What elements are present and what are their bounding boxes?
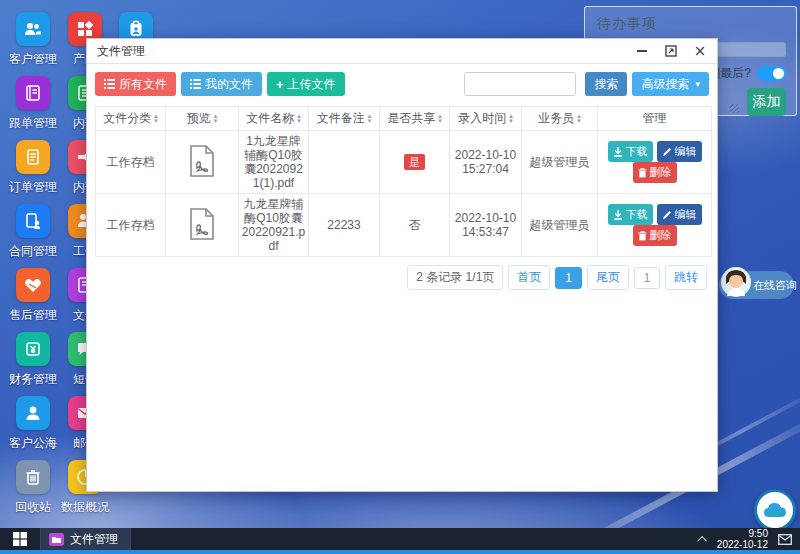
trash-icon bbox=[16, 460, 50, 494]
taskbar-clock[interactable]: 9:50 2022-10-12 bbox=[717, 528, 768, 550]
last-page-button[interactable]: 尾页 bbox=[587, 265, 629, 290]
pdf-icon[interactable] bbox=[189, 229, 215, 243]
cell-category: 工作存档 bbox=[96, 194, 166, 257]
cell-agent: 超级管理员 bbox=[522, 194, 598, 257]
sort-icon[interactable]: ▴▾ bbox=[368, 114, 372, 124]
sort-icon[interactable]: ▴▾ bbox=[509, 114, 513, 124]
jump-button[interactable]: 跳转 bbox=[665, 265, 707, 290]
start-button[interactable] bbox=[0, 528, 40, 550]
publicsea-icon bbox=[16, 396, 50, 430]
cloud-icon bbox=[762, 501, 788, 519]
online-consult-button[interactable]: 在线咨询 bbox=[719, 271, 794, 299]
folder-icon bbox=[49, 533, 64, 546]
dialog-title: 文件管理 bbox=[97, 43, 145, 60]
column-header[interactable]: 文件备注▴▾ bbox=[309, 107, 380, 131]
cell-file-name: 1九龙星牌辅酶Q10胶囊20220921(1).pdf bbox=[239, 131, 309, 194]
finance-icon bbox=[16, 332, 50, 366]
my-files-button[interactable]: 我的文件 bbox=[181, 72, 262, 96]
desktop-background: 客户管理跟单管理订单管理合同管理售后管理财务管理客户公海回收站产品内部内部工作文… bbox=[0, 0, 800, 554]
first-page-button[interactable]: 首页 bbox=[508, 265, 550, 290]
sort-icon[interactable]: ▴▾ bbox=[297, 114, 301, 124]
resize-grip-icon[interactable] bbox=[730, 104, 739, 113]
aftersale-icon bbox=[16, 268, 50, 302]
current-page-button[interactable]: 1 bbox=[555, 267, 582, 289]
column-header[interactable]: 预览▴▾ bbox=[166, 107, 239, 131]
cell-entry-time: 2022-10-10 15:27:04 bbox=[450, 131, 522, 194]
clock-time: 9:50 bbox=[717, 528, 768, 539]
cell-actions: 下载编辑删除 bbox=[598, 194, 712, 257]
customers-icon bbox=[16, 12, 50, 46]
column-header[interactable]: 业务员▴▾ bbox=[522, 107, 598, 131]
cell-category: 工作存档 bbox=[96, 131, 166, 194]
todo-panel-title: 待办事项 bbox=[597, 15, 786, 33]
jump-page-input[interactable] bbox=[634, 267, 660, 289]
cell-actions: 下载编辑删除 bbox=[598, 131, 712, 194]
cloud-assistant-button[interactable] bbox=[754, 489, 796, 531]
cell-agent: 超级管理员 bbox=[522, 131, 598, 194]
minimize-icon[interactable] bbox=[635, 44, 649, 58]
taskbar-task-label: 文件管理 bbox=[70, 531, 118, 548]
dialog-titlebar: 文件管理 × bbox=[87, 39, 717, 64]
list-icon bbox=[190, 79, 201, 89]
windows-logo-icon bbox=[13, 532, 27, 546]
files-table: 文件分类▴▾预览▴▾文件名称▴▾文件备注▴▾是否共享▴▾录入时间▴▾业务员▴▾管… bbox=[95, 106, 712, 257]
shared-text: 否 bbox=[409, 218, 421, 232]
cell-preview bbox=[166, 194, 239, 257]
dialog-toolbar: 所有文件 我的文件 + 上传文件 搜索 高级搜索▾ bbox=[87, 64, 717, 104]
table-header-row: 文件分类▴▾预览▴▾文件名称▴▾文件备注▴▾是否共享▴▾录入时间▴▾业务员▴▾管… bbox=[96, 107, 712, 131]
all-files-button[interactable]: 所有文件 bbox=[95, 72, 176, 96]
column-header[interactable]: 文件名称▴▾ bbox=[239, 107, 309, 131]
system-tray: 9:50 2022-10-12 bbox=[700, 528, 800, 550]
upload-file-button[interactable]: + 上传文件 bbox=[267, 72, 345, 96]
column-header[interactable]: 录入时间▴▾ bbox=[450, 107, 522, 131]
sort-icon[interactable]: ▴▾ bbox=[154, 114, 158, 124]
cell-shared: 是 bbox=[380, 131, 450, 194]
cell-entry-time: 2022-10-10 14:53:47 bbox=[450, 194, 522, 257]
followup-icon bbox=[16, 76, 50, 110]
contract-icon bbox=[16, 204, 50, 238]
table-row: 工作存档九龙星牌辅酶Q10胶囊20220921.pdf22233否2022-10… bbox=[96, 194, 712, 257]
sort-icon[interactable]: ▴▾ bbox=[438, 114, 442, 124]
online-consult-label: 在线咨询 bbox=[753, 278, 797, 293]
plus-icon: + bbox=[276, 77, 284, 92]
file-search-input[interactable] bbox=[464, 72, 576, 96]
orders-icon bbox=[16, 140, 50, 174]
delete-button[interactable]: 删除 bbox=[633, 225, 677, 246]
delete-button[interactable]: 删除 bbox=[633, 162, 677, 183]
advanced-search-button[interactable]: 高级搜索▾ bbox=[632, 72, 709, 96]
cell-file-name: 九龙星牌辅酶Q10胶囊20220921.pdf bbox=[239, 194, 309, 257]
list-icon bbox=[104, 79, 115, 89]
download-button[interactable]: 下载 bbox=[608, 204, 653, 225]
column-header[interactable]: 文件分类▴▾ bbox=[96, 107, 166, 131]
todo-toggle-switch[interactable] bbox=[757, 66, 786, 81]
consultant-avatar bbox=[720, 266, 752, 298]
close-icon[interactable]: × bbox=[693, 44, 707, 58]
column-header[interactable]: 是否共享▴▾ bbox=[380, 107, 450, 131]
record-summary: 2 条记录 1/1页 bbox=[407, 265, 503, 290]
edit-button[interactable]: 编辑 bbox=[657, 141, 702, 162]
todo-add-button[interactable]: 添加 bbox=[747, 88, 786, 116]
bottom-edge-strip bbox=[0, 550, 800, 554]
cell-shared: 否 bbox=[380, 194, 450, 257]
column-header: 管理 bbox=[598, 107, 712, 131]
pagination: 2 条记录 1/1页 首页 1 尾页 跳转 bbox=[87, 265, 707, 290]
pdf-icon[interactable] bbox=[189, 166, 215, 180]
tray-expand-icon[interactable] bbox=[697, 535, 707, 545]
sort-icon[interactable]: ▴▾ bbox=[214, 114, 218, 124]
cell-preview bbox=[166, 131, 239, 194]
table-row: 工作存档1九龙星牌辅酶Q10胶囊20220921(1).pdf是2022-10-… bbox=[96, 131, 712, 194]
download-button[interactable]: 下载 bbox=[608, 141, 653, 162]
edit-button[interactable]: 编辑 bbox=[657, 204, 702, 225]
taskbar: 文件管理 9:50 2022-10-12 bbox=[0, 528, 800, 550]
chevron-down-icon: ▾ bbox=[695, 79, 700, 89]
sort-icon[interactable]: ▴▾ bbox=[577, 114, 581, 124]
maximize-icon[interactable] bbox=[664, 44, 678, 58]
table-body: 工作存档1九龙星牌辅酶Q10胶囊20220921(1).pdf是2022-10-… bbox=[96, 131, 712, 257]
toggle-knob bbox=[773, 68, 784, 79]
cell-note bbox=[309, 131, 380, 194]
app-tile-label: 数据概况 bbox=[54, 499, 116, 516]
notification-envelope-icon[interactable] bbox=[778, 534, 792, 545]
shared-badge: 是 bbox=[404, 154, 425, 170]
search-button[interactable]: 搜索 bbox=[585, 72, 627, 96]
taskbar-task-file-manager[interactable]: 文件管理 bbox=[40, 528, 131, 550]
